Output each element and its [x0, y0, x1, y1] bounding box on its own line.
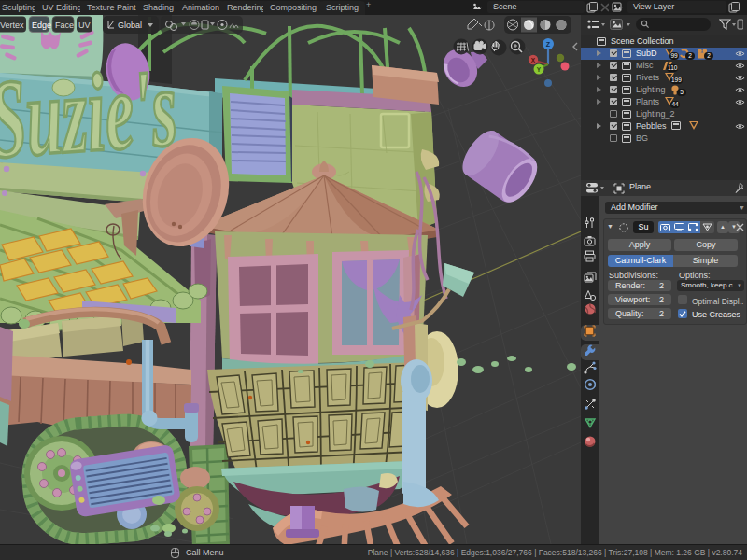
svg-text:Global: Global [118, 21, 142, 30]
svg-text:Vertex: Vertex [0, 21, 24, 30]
svg-text:UV: UV [78, 21, 91, 30]
svg-text:Suzie's: Suzie's [0, 45, 180, 182]
svg-text:X: X [531, 57, 536, 63]
svg-text:Y: Y [537, 66, 542, 73]
svg-text:Z: Z [546, 41, 551, 48]
svg-text:Face: Face [55, 21, 74, 30]
svg-text:Edge: Edge [32, 21, 51, 30]
